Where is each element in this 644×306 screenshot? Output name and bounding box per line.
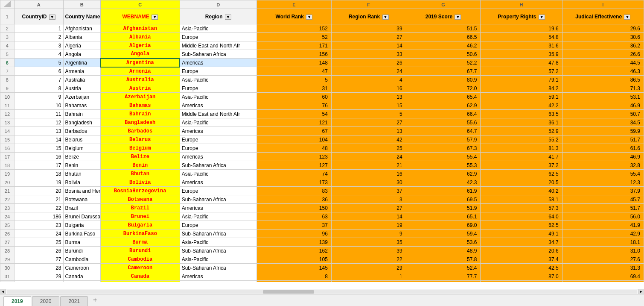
table-row[interactable]: 2523BulgariaBulgariaEurope371969.062.541… — [0, 221, 644, 230]
table-row[interactable]: 54AngolaAngolaSub-Saharan Africa1563350.… — [0, 50, 644, 59]
scroll-right-arrow[interactable]: ► — [638, 289, 644, 294]
table-row[interactable]: 3129CanadaCanadaAmericas8177.787.069.4 — [0, 272, 644, 281]
cell-region: Asia-Pacific — [180, 170, 256, 178]
table-row[interactable]: 3028CameroonCameroonSub-Saharan Africa14… — [0, 264, 644, 272]
cell-countryname: Argentina — [63, 59, 100, 67]
tab-2021[interactable]: 2021 — [60, 296, 88, 306]
horizontal-scrollbar[interactable]: ◄ ► — [0, 289, 644, 294]
col-letter-G[interactable]: G — [406, 0, 481, 9]
tab-2020[interactable]: 2020 — [32, 296, 60, 306]
table-row[interactable]: 43AlgeriaAlgeriaMiddle East and North Af… — [0, 41, 644, 50]
col-letter-I[interactable]: I — [562, 0, 644, 9]
table-row[interactable]: 24186Brunei DarussalamBruneiAsia-Pacific… — [0, 212, 644, 221]
table-row[interactable]: 1312BangladeshBangladeshAsia-Pacific1212… — [0, 118, 644, 127]
table-row[interactable]: 1514BelarusBelarusEurope1044257.955.251.… — [0, 135, 644, 144]
table-row[interactable]: 3230Cabo VerdeCaboVerdeSub-Saharan Afric… — [0, 281, 644, 282]
cell-judicialeff: 41.9 — [562, 221, 644, 230]
cell-region: Asia-Pacific — [180, 212, 256, 221]
header-region[interactable]: Region ▼ — [180, 9, 256, 24]
table-row[interactable]: 2322BrazilBrazilAmericas1502751.957.351.… — [0, 204, 644, 212]
cell-region: Asia-Pacific — [180, 93, 256, 101]
cell-region: Americas — [180, 101, 256, 110]
table-row[interactable]: 1211BahrainBahrainMiddle East and North … — [0, 110, 644, 118]
table-row[interactable]: 21AfghanistanAfghanistanAsia-Pacific1523… — [0, 24, 644, 33]
cell-regionrank: 14 — [331, 212, 406, 221]
table-row[interactable]: 1110BahamasBahamasAmericas761562.942.246… — [0, 101, 644, 110]
col-letter-F[interactable]: F — [331, 0, 406, 9]
header-webname[interactable]: WEBNAME ▼ — [100, 9, 180, 24]
header-score2019[interactable]: 2019 Score ▼ — [406, 9, 481, 24]
col-letter-C[interactable]: C — [100, 0, 180, 9]
sheet-tabs-bar: 2019 2020 2021 + — [0, 294, 644, 306]
cell-countryid: 5 — [14, 59, 63, 67]
tab-2019[interactable]: 2019 — [3, 296, 31, 306]
scroll-left-arrow[interactable]: ◄ — [0, 289, 6, 294]
header-propertyrights[interactable]: Property Rights ▼ — [481, 9, 562, 24]
header-worldrank[interactable]: World Rank ▼ — [256, 9, 331, 24]
cell-propertyrights: 44.1 — [481, 281, 562, 282]
col-letter-D[interactable]: D — [180, 0, 256, 9]
cell-regionrank: 25 — [331, 144, 406, 153]
col-letter-E[interactable]: E — [256, 0, 331, 9]
filter-icon-region[interactable]: ▼ — [225, 15, 231, 20]
col-letter-B[interactable]: B — [63, 0, 100, 9]
cell-countryname: Barbados — [63, 127, 100, 135]
table-row[interactable]: 2019BoliviaBoliviaAmericas1733042.320.51… — [0, 178, 644, 187]
header-regionrank[interactable]: Region Rank ▼ — [331, 9, 406, 24]
table-row[interactable]: 109AzerbaijanAzerbaijanAsia-Pacific60136… — [0, 93, 644, 101]
table-row[interactable]: 65ArgentinaArgentinaAmericas1482652.247.… — [0, 59, 644, 67]
cell-countryname: Belgium — [63, 144, 100, 153]
header-countryname[interactable]: Country Name ▼ — [63, 9, 100, 24]
add-tab-button[interactable]: + — [89, 294, 101, 306]
header-judicialeff[interactable]: Judical Effectivene ▼ — [562, 9, 644, 24]
filter-icon-countryid[interactable]: ▼ — [49, 15, 55, 20]
filter-icon-propertyrights[interactable]: ▼ — [539, 15, 545, 20]
table-row[interactable]: 2221BotswanaBotswanaSub-Saharan Africa36… — [0, 195, 644, 204]
cell-worldrank: 8 — [256, 272, 331, 281]
cell-countryid: 23 — [14, 221, 63, 230]
table-row[interactable]: 98AustriaAustriaEurope311672.084.271.3 — [0, 84, 644, 93]
cell-propertyrights: 54.8 — [481, 33, 562, 41]
cell-score: 42.3 — [406, 178, 481, 187]
table-row[interactable]: 2120Bosnia and HerzegovinaBosniaHerzegov… — [0, 187, 644, 195]
cell-judicialeff: 12.3 — [562, 178, 644, 187]
table-row[interactable]: 1918BhutanBhutanAsia-Pacific741662.962.5… — [0, 170, 644, 178]
table-row[interactable]: 1615BelgiumBelgiumEurope482567.381.361.6 — [0, 144, 644, 153]
cell-regionrank: 30 — [331, 178, 406, 187]
cell-region: Sub-Saharan Africa — [180, 230, 256, 238]
table-row[interactable]: 1716BelizeBelizeAmericas1232455.441.746.… — [0, 153, 644, 161]
table-row[interactable]: 2927CambodiaCambodiaAsia-Pacific1052257.… — [0, 255, 644, 264]
table-row[interactable]: 2624Burkina FasoBurkinaFasoSub-Saharan A… — [0, 230, 644, 238]
cell-score: 57.8 — [406, 255, 481, 264]
filter-icon-webname[interactable]: ▼ — [152, 15, 158, 20]
cell-countryname: Bahamas — [63, 101, 100, 110]
cell-propertyrights: 63.5 — [481, 110, 562, 118]
filter-icon-judicialeff[interactable]: ▼ — [624, 15, 630, 20]
header-propertyrights-text: Property Rights — [498, 14, 536, 20]
table-row[interactable]: 2725BurmaBurmaAsia-Pacific1393553.634.71… — [0, 238, 644, 247]
cell-webname: Benin — [100, 161, 180, 170]
cell-score: 55.6 — [406, 118, 481, 127]
filter-icon-score[interactable]: ▼ — [455, 15, 461, 20]
filter-icon-regionrank[interactable]: ▼ — [382, 15, 389, 20]
header-countryid[interactable]: CountryID ▼ — [14, 9, 63, 24]
table-row[interactable]: 1413BarbadosBarbadosAmericas671364.752.9… — [0, 127, 644, 135]
col-letter-A[interactable]: A — [14, 0, 63, 9]
cell-propertyrights: 64.0 — [481, 212, 562, 221]
cell-propertyrights: 84.2 — [481, 84, 562, 93]
cell-region: Europe — [180, 187, 256, 195]
scrollbar-thumb[interactable] — [263, 290, 314, 294]
cell-worldrank: 52 — [256, 33, 331, 41]
table-row[interactable]: 1817BeninBeninSub-Saharan Africa1272155.… — [0, 161, 644, 170]
header-worldrank-text: World Rank — [276, 14, 304, 20]
table-row[interactable]: 32AlbaniaAlbaniaEurope522766.554.830.6 — [0, 33, 644, 41]
cell-score: 63.1 — [406, 281, 481, 282]
table-row[interactable]: 2826BurundiBurundiSub-Saharan Africa1623… — [0, 247, 644, 255]
cell-countryname: Austria — [63, 84, 100, 93]
cell-countryid: 25 — [14, 238, 63, 247]
table-row[interactable]: 87AustraliaAustraliaAsia-Pacific5480.979… — [0, 76, 644, 84]
cell-webname: Botswana — [100, 195, 180, 204]
table-row[interactable]: 76ArmeniaArmeniaEurope472467.757.246.3 — [0, 67, 644, 76]
filter-icon-worldrank[interactable]: ▼ — [306, 15, 312, 20]
col-letter-H[interactable]: H — [481, 0, 562, 9]
